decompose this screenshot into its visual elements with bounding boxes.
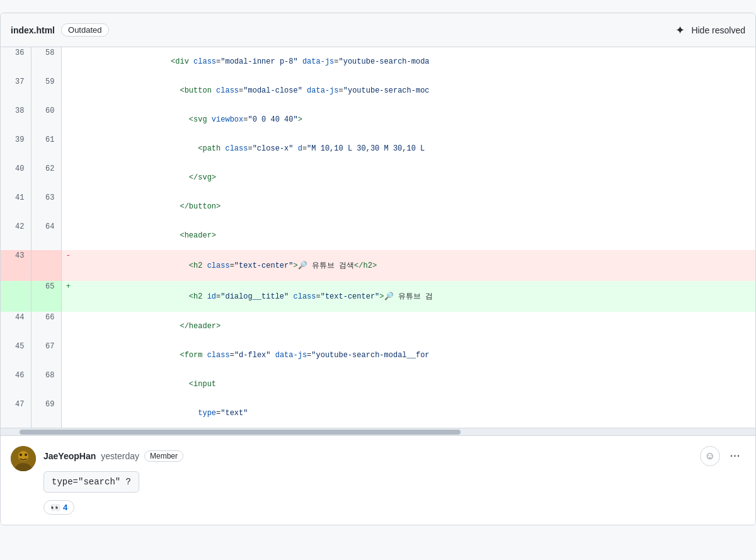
old-line-num: 38 bbox=[1, 105, 31, 134]
comment-section: JaeYeopHan yesterday Member ☺ ··· type="… bbox=[1, 435, 755, 525]
comment-text: type="search" ? bbox=[43, 471, 139, 493]
diff-marker: + bbox=[61, 281, 75, 312]
table-row: 46 68 <input bbox=[1, 370, 755, 399]
table-row: 41 63 </button> bbox=[1, 192, 755, 221]
diff-marker bbox=[61, 47, 75, 76]
diff-code: <path class="close-x" d="M 10,10 L 30,30… bbox=[75, 134, 755, 163]
table-row: 43 - <h2 class="text-center">🔎 유튜브 검색</h… bbox=[1, 250, 755, 281]
comment-header: JaeYeopHan yesterday Member ☺ ··· bbox=[43, 446, 745, 466]
diff-code: <header> bbox=[75, 221, 755, 250]
svg-point-4 bbox=[25, 454, 27, 456]
diff-code: <h2 id="dialog__title" class="text-cente… bbox=[75, 281, 755, 312]
diff-container: index.html Outdated ✦ Hide resolved 36 5… bbox=[0, 13, 756, 525]
avatar bbox=[11, 446, 36, 471]
diff-marker bbox=[61, 76, 75, 105]
table-row: 45 67 <form class="d-flex" data-js="yout… bbox=[1, 341, 755, 370]
new-line-num bbox=[31, 250, 61, 281]
hide-resolved-icon: ✦ bbox=[675, 23, 685, 37]
table-row: 42 64 <header> bbox=[1, 221, 755, 250]
old-line-num: 39 bbox=[1, 134, 31, 163]
table-row: 44 66 </header> bbox=[1, 312, 755, 341]
reactions-bar: 👀 4 bbox=[43, 500, 745, 515]
diff-marker bbox=[61, 221, 75, 250]
diff-code: type="text" bbox=[75, 399, 755, 428]
new-line-num: 64 bbox=[31, 221, 61, 250]
outdated-badge: Outdated bbox=[61, 23, 109, 37]
diff-marker bbox=[61, 192, 75, 221]
diff-code: </svg> bbox=[75, 163, 755, 192]
comment-body: JaeYeopHan yesterday Member ☺ ··· type="… bbox=[43, 446, 745, 515]
diff-marker bbox=[61, 163, 75, 192]
new-line-num: 69 bbox=[31, 399, 61, 428]
file-header-left: index.html Outdated bbox=[11, 23, 109, 37]
diff-code: </button> bbox=[75, 192, 755, 221]
new-line-num: 65 bbox=[31, 281, 61, 312]
diff-code: <input bbox=[75, 370, 755, 399]
add-reaction-button[interactable]: ☺ bbox=[700, 446, 720, 466]
scrollbar-thumb[interactable] bbox=[20, 430, 461, 435]
avatar-image bbox=[11, 446, 36, 471]
comment-thread: JaeYeopHan yesterday Member ☺ ··· type="… bbox=[11, 446, 745, 515]
reaction-emoji: 👀 bbox=[50, 503, 60, 512]
old-line-num bbox=[1, 281, 31, 312]
diff-code: <div class="modal-inner p-8" data-js="yo… bbox=[75, 47, 755, 76]
diff-marker bbox=[61, 399, 75, 428]
table-row: 38 60 <svg viewbox="0 0 40 40"> bbox=[1, 105, 755, 134]
new-line-num: 66 bbox=[31, 312, 61, 341]
diff-code: <svg viewbox="0 0 40 40"> bbox=[75, 105, 755, 134]
table-row: 47 69 type="text" bbox=[1, 399, 755, 428]
comment-time: yesterday bbox=[101, 451, 139, 461]
new-line-num: 61 bbox=[31, 134, 61, 163]
table-row: 39 61 <path class="close-x" d="M 10,10 L… bbox=[1, 134, 755, 163]
old-line-num: 44 bbox=[1, 312, 31, 341]
role-badge: Member bbox=[144, 450, 183, 462]
new-line-num: 58 bbox=[31, 47, 61, 76]
table-row: 37 59 <button class="modal-close" data-j… bbox=[1, 76, 755, 105]
eyes-reaction-button[interactable]: 👀 4 bbox=[43, 500, 74, 515]
old-line-num: 42 bbox=[1, 221, 31, 250]
diff-code: <h2 class="text-center">🔎 유튜브 검색</h2> bbox=[75, 250, 755, 281]
new-line-num: 60 bbox=[31, 105, 61, 134]
old-line-num: 45 bbox=[1, 341, 31, 370]
diff-code: <form class="d-flex" data-js="youtube-se… bbox=[75, 341, 755, 370]
table-row: 65 + <h2 id="dialog__title" class="text-… bbox=[1, 281, 755, 312]
diff-marker bbox=[61, 134, 75, 163]
table-row: 36 58 <div class="modal-inner p-8" data-… bbox=[1, 47, 755, 76]
new-line-num: 62 bbox=[31, 163, 61, 192]
new-line-num: 67 bbox=[31, 341, 61, 370]
file-name: index.html bbox=[11, 25, 55, 35]
table-row: 40 62 </svg> bbox=[1, 163, 755, 192]
comment-actions: ☺ ··· bbox=[700, 446, 745, 466]
diff-marker: - bbox=[61, 250, 75, 281]
svg-point-3 bbox=[20, 454, 22, 456]
diff-code: <button class="modal-close" data-js="you… bbox=[75, 76, 755, 105]
horizontal-scrollbar[interactable] bbox=[1, 428, 755, 435]
old-line-num: 36 bbox=[1, 47, 31, 76]
new-line-num: 68 bbox=[31, 370, 61, 399]
comment-header-left: JaeYeopHan yesterday Member bbox=[43, 450, 183, 462]
more-options-button[interactable]: ··· bbox=[725, 446, 745, 466]
hide-resolved-label: Hide resolved bbox=[691, 25, 745, 35]
diff-code: </header> bbox=[75, 312, 755, 341]
old-line-num: 41 bbox=[1, 192, 31, 221]
file-header: index.html Outdated ✦ Hide resolved bbox=[1, 13, 755, 47]
old-line-num: 37 bbox=[1, 76, 31, 105]
diff-marker bbox=[61, 341, 75, 370]
diff-marker bbox=[61, 370, 75, 399]
old-line-num: 43 bbox=[1, 250, 31, 281]
old-line-num: 47 bbox=[1, 399, 31, 428]
new-line-num: 59 bbox=[31, 76, 61, 105]
diff-scroll-area: 36 58 <div class="modal-inner p-8" data-… bbox=[1, 47, 755, 428]
new-line-num: 63 bbox=[31, 192, 61, 221]
reaction-count: 4 bbox=[63, 503, 67, 512]
old-line-num: 46 bbox=[1, 370, 31, 399]
diff-marker bbox=[61, 312, 75, 341]
comment-author: JaeYeopHan bbox=[43, 451, 96, 461]
diff-marker bbox=[61, 105, 75, 134]
hide-resolved-button[interactable]: ✦ Hide resolved bbox=[675, 23, 745, 37]
old-line-num: 40 bbox=[1, 163, 31, 192]
diff-table: 36 58 <div class="modal-inner p-8" data-… bbox=[1, 47, 755, 428]
